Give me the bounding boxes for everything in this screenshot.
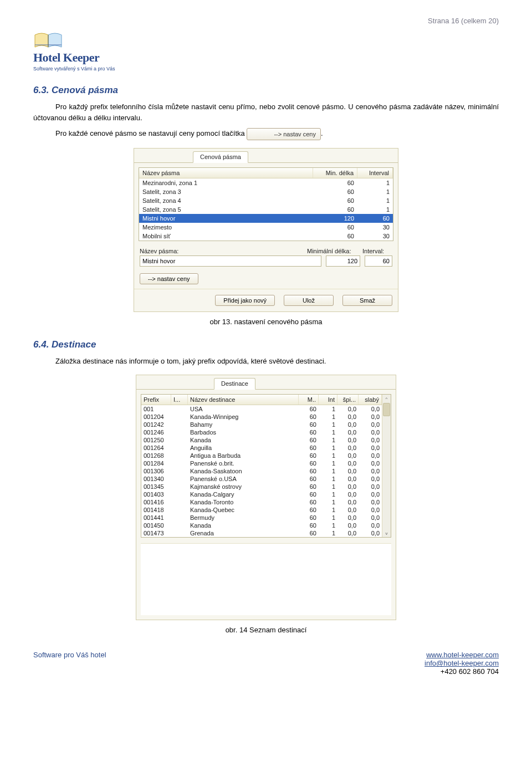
cell-int: 1 xyxy=(319,421,337,428)
cell-prefix: 001250 xyxy=(141,436,171,444)
table-row[interactable]: 001250Kanada6010,00,0 xyxy=(141,436,382,444)
table-row[interactable]: 001268Antigua a Barbuda6010,00,0 xyxy=(141,452,382,459)
cell-int: 1 xyxy=(319,490,337,498)
cell-name: Bermudy xyxy=(188,514,299,522)
cell-i xyxy=(171,483,188,490)
label-interval: Interval: xyxy=(362,248,392,254)
table-row[interactable]: 001441Bermudy6010,00,0 xyxy=(141,514,382,522)
table-row[interactable]: 001418Kanada-Quebec6010,00,0 xyxy=(141,506,382,514)
table-row[interactable]: 001246Barbados6010,00,0 xyxy=(141,428,382,436)
scroll-thumb[interactable] xyxy=(383,403,390,416)
table-row[interactable]: 001450Kanada6010,00,0 xyxy=(141,522,382,529)
para-63-1: Pro každý prefix telefonního čísla můžet… xyxy=(33,101,499,124)
table-row[interactable]: Satelit, zona 5601 xyxy=(139,205,393,214)
footer-left: Software pro Váš hotel xyxy=(33,651,106,676)
smaz-button[interactable]: Smaž xyxy=(342,295,392,306)
tab-cenova-pasma[interactable]: Cenová pásma xyxy=(193,151,248,163)
para-64: Záložka destinace nás informuje o tom, j… xyxy=(33,356,499,367)
cell-name: Mistni hovor xyxy=(139,214,313,223)
table-row[interactable]: 001264Anguilla6010,00,0 xyxy=(141,444,382,452)
cell-i xyxy=(171,436,188,444)
cell-int: 1 xyxy=(357,187,393,196)
cell-m: 60 xyxy=(299,506,319,514)
input-nazev-pasma[interactable] xyxy=(140,255,321,267)
cell-m: 60 xyxy=(299,529,319,537)
footer-link-web[interactable]: www.hotel-keeper.com xyxy=(426,651,499,659)
table-row[interactable]: Satelit, zona 3601 xyxy=(139,187,393,196)
cell-m: 60 xyxy=(299,428,319,436)
uloz-button[interactable]: Ulož xyxy=(284,295,334,306)
tab-destinace[interactable]: Destinace xyxy=(214,378,255,390)
cell-prefix: 001473 xyxy=(141,529,171,537)
col-nazev-destinace[interactable]: Název destinace xyxy=(188,395,299,405)
cell-prefix: 001450 xyxy=(141,522,171,529)
table-row[interactable]: 001204Kanada-Winnipeg6010,00,0 xyxy=(141,413,382,421)
pasma-table: Název pásma Min. délka Interval Mezinaro… xyxy=(139,167,393,241)
table-row[interactable]: Mezinarodni, zona 1601 xyxy=(139,178,393,187)
cell-name: Satelit, zona 3 xyxy=(139,187,313,196)
col-slaby[interactable]: slabý xyxy=(359,395,382,405)
table-row[interactable]: 001242Bahamy6010,00,0 xyxy=(141,421,382,428)
col-interval[interactable]: Interval xyxy=(357,168,393,178)
cell-int: 1 xyxy=(357,205,393,214)
table-row[interactable]: 001473Grenada6010,00,0 xyxy=(141,529,382,537)
table-row[interactable]: 001340Panenské o.USA6010,00,0 xyxy=(141,475,382,483)
cell-slaby: 0,0 xyxy=(359,436,382,444)
cell-prefix: 001246 xyxy=(141,428,171,436)
table-row[interactable]: Mistni hovor12060 xyxy=(139,214,393,223)
col-prefix[interactable]: Prefix xyxy=(141,395,171,405)
table-row[interactable]: 001403Kanada-Calgary6010,00,0 xyxy=(141,490,382,498)
cell-slaby: 0,0 xyxy=(359,498,382,506)
cell-m: 60 xyxy=(299,490,319,498)
col-min-delka[interactable]: Min. délka xyxy=(313,168,357,178)
cell-i xyxy=(171,506,188,514)
table-row[interactable]: 001USA6010,00,0 xyxy=(141,405,382,413)
table-row[interactable]: 001284Panenské o.brit.6010,00,0 xyxy=(141,459,382,467)
cell-name: Satelit, zona 5 xyxy=(139,205,313,214)
cell-m: 60 xyxy=(299,452,319,459)
table-row[interactable]: Mezimesto6030 xyxy=(139,223,393,232)
cell-name: Barbados xyxy=(188,428,299,436)
cell-int: 1 xyxy=(357,178,393,187)
cell-spicka: 0,0 xyxy=(337,436,359,444)
col-m[interactable]: M.. xyxy=(299,395,319,405)
scroll-up-icon[interactable]: ^ xyxy=(382,395,391,402)
cell-int: 1 xyxy=(357,196,393,205)
cell-m: 60 xyxy=(299,522,319,529)
cell-slaby: 0,0 xyxy=(359,413,382,421)
cell-int: 60 xyxy=(357,214,393,223)
table-row[interactable]: 001416Kanada-Toronto6010,00,0 xyxy=(141,498,382,506)
input-interval[interactable] xyxy=(365,255,392,267)
caption-obr14: obr. 14 Seznam destinací xyxy=(33,626,499,634)
cell-prefix: 001340 xyxy=(141,475,171,483)
scroll-down-icon[interactable]: v xyxy=(382,529,391,537)
cell-i xyxy=(171,475,188,483)
col-spicka[interactable]: špi... xyxy=(337,395,359,405)
pridej-jako-novy-button[interactable]: Přidej jako nový xyxy=(215,295,275,306)
cell-name: Grenada xyxy=(188,529,299,537)
cell-int: 1 xyxy=(319,475,337,483)
cenova-pasma-panel: Cenová pásma Název pásma Min. délka Inte… xyxy=(134,148,398,312)
vertical-scrollbar[interactable]: ^ v xyxy=(382,395,391,537)
cell-m: 60 xyxy=(299,405,319,413)
cell-m: 60 xyxy=(299,514,319,522)
cell-prefix: 001345 xyxy=(141,483,171,490)
col-int[interactable]: Int xyxy=(319,395,337,405)
cell-m: 60 xyxy=(299,459,319,467)
table-row[interactable]: 001345Kajmanské ostrovy6010,00,0 xyxy=(141,483,382,490)
table-row[interactable]: 001306Kanada-Saskatoon6010,00,0 xyxy=(141,467,382,475)
cell-spicka: 0,0 xyxy=(337,522,359,529)
cell-int: 1 xyxy=(319,467,337,475)
page-number: Strana 16 (celkem 20) xyxy=(33,17,499,25)
cell-prefix: 001284 xyxy=(141,459,171,467)
footer-link-mail[interactable]: info@hotel-keeper.com xyxy=(424,659,499,667)
table-row[interactable]: Satelit, zona 4601 xyxy=(139,196,393,205)
input-min-delka[interactable] xyxy=(326,255,360,267)
col-i[interactable]: I... xyxy=(171,395,188,405)
nastav-ceny-button[interactable]: --> nastav ceny xyxy=(140,273,198,284)
cell-i xyxy=(171,529,188,537)
col-nazev-pasma[interactable]: Název pásma xyxy=(139,168,313,178)
cell-name: Antigua a Barbuda xyxy=(188,452,299,459)
table-row[interactable]: Mobilni síť6030 xyxy=(139,232,393,241)
cell-i xyxy=(171,452,188,459)
